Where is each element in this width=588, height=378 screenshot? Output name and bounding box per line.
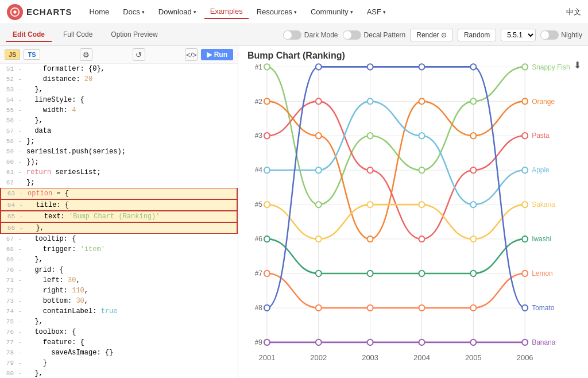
table-row: 66- }, (0, 222, 238, 234)
expand-btn[interactable]: </> (185, 48, 198, 61)
main-area: JS TS ⚙ ↺ </> ▶ Run 51- formatter: {0},5… (0, 46, 588, 378)
table-row: 74- containLabel: true (0, 306, 238, 317)
svg-text:2006: 2006 (517, 353, 533, 362)
svg-point-1 (13, 10, 16, 13)
code-content[interactable]: 51- formatter: {0},52- distance: 2053- }… (0, 64, 238, 378)
nightly-group: Nightly (540, 30, 582, 40)
svg-point-51 (522, 133, 528, 138)
table-row: 80- }, (0, 368, 238, 378)
chart-area: ⬇ #1#2#3#4#5#6#7#8#920012002200320042005… (238, 61, 588, 378)
render-btn[interactable]: Render ⊙ (410, 29, 453, 41)
settings-btn[interactable]: ⚙ (80, 48, 92, 61)
nav-asf[interactable]: ASF▾ (361, 5, 392, 18)
svg-point-43 (470, 133, 476, 138)
dark-mode-group: Dark Mode (283, 30, 338, 40)
dark-mode-toggle[interactable] (283, 30, 301, 40)
svg-point-63 (419, 202, 424, 207)
nav-download[interactable]: Download▾ (153, 5, 202, 18)
tab-full-code[interactable]: Full Code (56, 28, 99, 42)
table-row: 52- distance: 20 (0, 74, 238, 84)
svg-point-64 (470, 236, 476, 242)
table-row: 57- data (0, 126, 238, 136)
svg-text:2004: 2004 (413, 353, 430, 362)
svg-point-90 (368, 340, 373, 345)
decal-toggle[interactable] (343, 30, 361, 40)
svg-point-92 (470, 340, 476, 345)
logo[interactable]: ECHARTS (7, 4, 72, 20)
svg-point-48 (368, 167, 373, 173)
svg-text:#9: #9 (255, 338, 263, 346)
table-row: 75- }, (0, 317, 238, 327)
svg-point-33 (316, 202, 322, 207)
svg-point-44 (522, 98, 528, 104)
svg-point-40 (316, 133, 322, 138)
random-btn[interactable]: Random (458, 29, 496, 41)
table-row: 63-option = { (0, 188, 238, 199)
version-select[interactable]: 5.5.1 5.4.0 5.3.0 (501, 29, 536, 41)
svg-text:#5: #5 (255, 200, 263, 209)
svg-point-34 (368, 133, 373, 138)
svg-point-77 (419, 305, 424, 311)
svg-point-85 (470, 64, 476, 70)
js-btn[interactable]: JS (5, 49, 20, 60)
svg-point-49 (419, 236, 424, 242)
svg-point-36 (470, 98, 476, 104)
code-panel: JS TS ⚙ ↺ </> ▶ Run 51- formatter: {0},5… (0, 46, 238, 378)
svg-text:Snappy Fish: Snappy Fish (532, 63, 570, 71)
download-caret: ▾ (194, 9, 196, 15)
table-row: 55- width: 4 (0, 105, 238, 115)
svg-point-54 (316, 167, 322, 173)
svg-point-55 (368, 98, 373, 104)
code-toolbar: JS TS ⚙ ↺ </> ▶ Run (0, 46, 238, 64)
svg-point-37 (522, 64, 528, 70)
logo-icon (7, 4, 23, 20)
svg-point-79 (522, 271, 528, 276)
svg-point-75 (316, 305, 322, 311)
svg-point-71 (470, 271, 476, 276)
svg-point-60 (264, 202, 270, 207)
table-row: 51- formatter: {0}, (0, 64, 238, 74)
run-btn[interactable]: ▶ Run (201, 49, 233, 60)
svg-point-65 (522, 202, 528, 207)
svg-text:Orange: Orange (532, 97, 555, 105)
tab-edit-code[interactable]: Edit Code (6, 28, 52, 42)
svg-point-53 (264, 167, 270, 173)
svg-point-56 (419, 133, 424, 138)
svg-point-35 (419, 167, 424, 173)
chart-panel: Bump Chart (Ranking) ⬇ #1#2#3#4#5#6#7#8#… (238, 46, 588, 378)
tab-option-preview[interactable]: Option Preview (104, 28, 164, 42)
nav-community[interactable]: Community▾ (305, 5, 359, 18)
table-row: 68- trigger: 'item' (0, 244, 238, 254)
svg-text:Banana: Banana (532, 338, 555, 346)
table-row: 71- left: 30, (0, 275, 238, 286)
nav-docs[interactable]: Docs▾ (117, 5, 150, 18)
table-row: 73- bottom: 30, (0, 296, 238, 306)
nightly-toggle[interactable] (540, 30, 559, 40)
svg-point-47 (316, 98, 322, 104)
svg-point-78 (470, 305, 476, 311)
table-row: 79- } (0, 358, 238, 368)
svg-text:#7: #7 (255, 269, 263, 277)
table-row: 56- }, (0, 115, 238, 126)
ts-btn[interactable]: TS (24, 49, 40, 60)
logo-text: ECHARTS (26, 7, 72, 17)
table-row: 59-seriesList.push(series); (0, 146, 238, 157)
refresh-btn[interactable]: ↺ (133, 48, 145, 61)
svg-text:#3: #3 (255, 132, 263, 140)
nav-resources[interactable]: Resources▾ (251, 5, 303, 18)
svg-text:#1: #1 (255, 63, 263, 71)
svg-point-67 (264, 236, 270, 242)
decal-group: Decal Pattern (343, 30, 406, 40)
toolbar: Edit Code Full Code Option Preview Dark … (0, 24, 588, 46)
nav-home[interactable]: Home (84, 5, 115, 18)
table-row: 53- }, (0, 84, 238, 95)
svg-point-46 (264, 133, 270, 138)
svg-point-70 (419, 271, 424, 276)
svg-text:Apple: Apple (532, 166, 550, 174)
nav-lang[interactable]: 中文 (566, 7, 581, 17)
nav-examples[interactable]: Examples (204, 5, 249, 19)
download-btn[interactable]: ⬇ (574, 60, 581, 71)
svg-point-69 (368, 271, 373, 276)
svg-point-89 (316, 340, 322, 345)
svg-point-41 (368, 236, 373, 242)
